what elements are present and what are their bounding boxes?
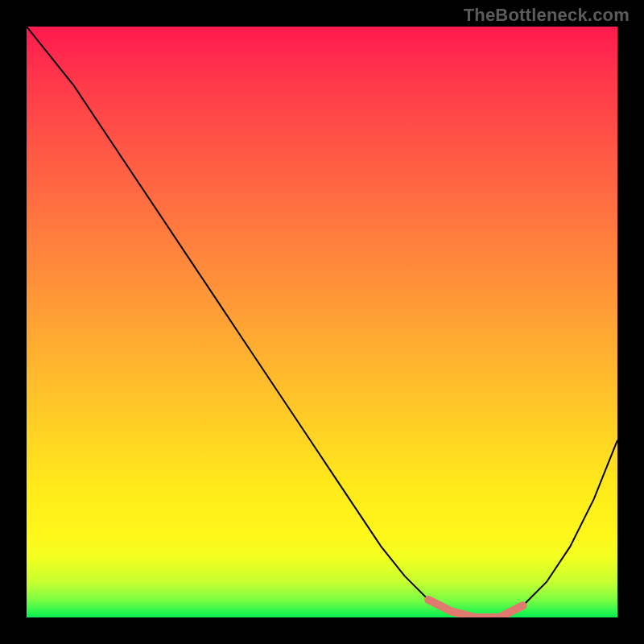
chart-svg	[27, 27, 617, 617]
watermark-text: TheBottleneck.com	[464, 5, 630, 26]
chart-plot-area	[27, 27, 617, 617]
bottleneck-curve	[27, 27, 617, 617]
highlight-segment	[428, 600, 522, 617]
